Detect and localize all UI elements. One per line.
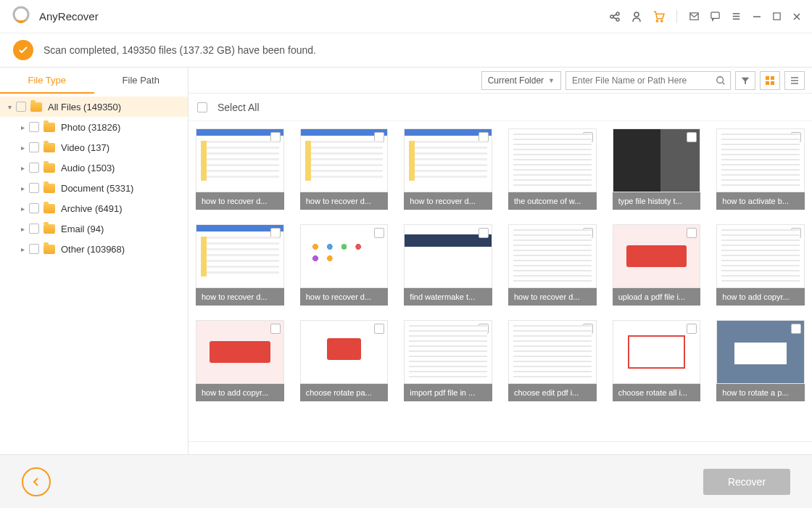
thumbnail-item[interactable]: find watermake t... (404, 224, 492, 306)
thumbnail-scroll[interactable]: how to recover d... how to recover d... … (188, 121, 812, 441)
tree-item[interactable]: ▸ Photo (31826) (0, 117, 188, 137)
chevron-right-icon[interactable]: ▸ (17, 203, 28, 213)
tree-item[interactable]: ▸ Archive (6491) (0, 198, 188, 218)
chat-icon[interactable] (710, 11, 721, 22)
chevron-right-icon[interactable]: ▸ (17, 183, 28, 193)
thumbnail-caption: the outcome of w... (508, 192, 597, 210)
thumbnail-checkbox[interactable] (583, 132, 593, 142)
select-all-checkbox[interactable] (197, 102, 207, 112)
chevron-right-icon[interactable]: ▸ (17, 224, 28, 234)
thumbnail-checkbox[interactable] (687, 132, 697, 142)
maximize-icon[interactable] (772, 12, 782, 21)
recover-button[interactable]: Recover (703, 469, 790, 495)
thumbnail-item[interactable]: import pdf file in ... (404, 320, 492, 401)
svg-rect-8 (711, 12, 719, 18)
list-view-icon[interactable] (784, 71, 805, 90)
user-icon[interactable] (631, 11, 642, 22)
search-icon[interactable] (711, 72, 730, 89)
thumbnail-checkbox[interactable] (791, 132, 801, 142)
checkbox[interactable] (29, 203, 39, 213)
thumbnail-caption: how to add copyr... (196, 384, 284, 401)
thumbnail-checkbox[interactable] (478, 324, 489, 334)
thumbnail-item[interactable]: choose edit pdf i... (508, 320, 597, 401)
thumbnail-checkbox[interactable] (478, 132, 489, 142)
thumbnail-item[interactable]: how to recover d... (404, 128, 492, 210)
thumbnail-item[interactable]: how to recover d... (300, 224, 389, 306)
thumbnail-checkbox[interactable] (374, 324, 384, 334)
thumbnail-checkbox[interactable] (687, 228, 697, 238)
tab-file-path[interactable]: File Path (94, 67, 188, 94)
menu-icon[interactable] (731, 11, 742, 22)
minimize-icon[interactable] (752, 12, 762, 22)
thumbnail-item[interactable]: how to activate b... (716, 128, 805, 210)
checkbox[interactable] (29, 142, 39, 152)
mail-icon[interactable] (689, 11, 700, 22)
back-button[interactable] (22, 467, 51, 496)
thumbnail-checkbox[interactable] (583, 228, 593, 238)
thumbnail-checkbox[interactable] (374, 228, 384, 238)
search-input[interactable] (566, 72, 711, 89)
chevron-right-icon[interactable]: ▸ (17, 142, 28, 152)
tree-item[interactable]: ▸ Document (5331) (0, 178, 188, 198)
chevron-down-icon[interactable]: ▾ (4, 102, 14, 112)
checkbox[interactable] (29, 163, 39, 173)
grid-view-icon[interactable] (760, 71, 780, 90)
tree-label: Other (103968) (61, 244, 125, 255)
close-icon[interactable] (792, 12, 802, 22)
chevron-right-icon[interactable]: ▸ (17, 163, 28, 173)
thumbnail-checkbox[interactable] (687, 324, 697, 334)
thumbnail-checkbox[interactable] (478, 228, 489, 238)
checkbox[interactable] (29, 183, 39, 193)
thumbnail-checkbox[interactable] (374, 132, 384, 142)
thumbnail-item[interactable]: how to recover d... (300, 128, 389, 210)
checkbox[interactable] (29, 224, 39, 234)
thumbnail-caption: how to recover d... (404, 192, 492, 210)
tree-item[interactable]: ▸ Email (94) (0, 218, 188, 239)
thumbnail-item[interactable]: how to rotate a p... (716, 320, 805, 401)
chevron-right-icon[interactable]: ▸ (17, 122, 28, 132)
chevron-right-icon[interactable]: ▸ (17, 244, 28, 254)
search-box (566, 71, 731, 90)
thumbnail-item[interactable]: type file histoty t... (613, 128, 701, 210)
folder-scope-dropdown[interactable]: Current Folder ▼ (481, 71, 561, 90)
folder-icon (44, 143, 55, 152)
thumbnail-caption: how to recover d... (196, 192, 284, 210)
titlebar: AnyRecover (0, 0, 812, 33)
thumbnail-caption: upload a pdf file i... (613, 288, 701, 306)
thumbnail-item[interactable]: upload a pdf file i... (613, 224, 701, 306)
tree-item[interactable]: ▸ Other (103968) (0, 239, 188, 259)
thumbnail-item[interactable]: how to recover d... (196, 128, 284, 210)
tree-label: Photo (31826) (61, 122, 120, 133)
thumbnail-caption: choose edit pdf i... (508, 384, 597, 401)
thumbnail-item[interactable]: the outcome of w... (508, 128, 597, 210)
tree-item[interactable]: ▸ Audio (1503) (0, 157, 188, 178)
folder-icon (44, 163, 55, 173)
tab-file-type[interactable]: File Type (0, 67, 94, 94)
tree-item[interactable]: ▸ Video (137) (0, 137, 188, 157)
file-tree: ▾ All Files (149350) ▸ Photo (31826) ▸ V… (0, 94, 188, 454)
thumbnail-item[interactable]: choose rotate pa... (300, 320, 389, 401)
thumbnail-item[interactable]: how to recover d... (196, 224, 284, 306)
thumbnail-item[interactable]: how to add copyr... (196, 320, 284, 401)
app-title: AnyRecover (39, 10, 99, 22)
thumbnail-item[interactable]: how to add copyr... (716, 224, 805, 306)
app-logo (10, 6, 32, 28)
tree-item-all-files[interactable]: ▾ All Files (149350) (0, 97, 188, 117)
thumbnail-item[interactable]: choose rotate all i... (613, 320, 701, 401)
thumbnail-checkbox[interactable] (791, 324, 801, 334)
thumbnail-preview (404, 320, 492, 384)
checkbox[interactable] (29, 244, 39, 254)
thumbnail-checkbox[interactable] (270, 324, 281, 334)
thumbnail-item[interactable]: how to recover d... (508, 224, 597, 306)
thumbnail-checkbox[interactable] (583, 324, 593, 334)
cart-icon[interactable] (652, 10, 665, 22)
checkbox[interactable] (29, 122, 39, 132)
thumbnail-checkbox[interactable] (270, 132, 281, 142)
thumbnail-caption: how to add copyr... (716, 288, 805, 306)
thumbnail-preview (196, 224, 284, 288)
thumbnail-checkbox[interactable] (791, 228, 801, 238)
checkbox[interactable] (16, 102, 26, 112)
thumbnail-checkbox[interactable] (270, 228, 281, 238)
filter-icon[interactable] (735, 71, 755, 90)
share-icon[interactable] (609, 11, 621, 22)
